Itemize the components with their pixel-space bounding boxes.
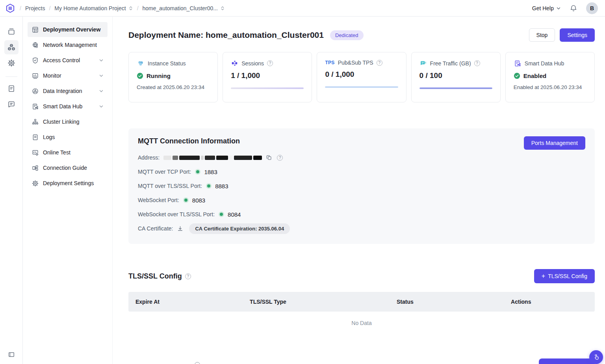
notifications-bell-icon[interactable]	[570, 4, 577, 12]
instance-status-card: Instance Status Running Created at 2025.…	[128, 52, 218, 102]
deployment-switcher-icon[interactable]	[220, 6, 225, 11]
sidebar-item-label: Cluster Linking	[43, 119, 80, 125]
sidebar-item-label: Monitor	[43, 72, 61, 79]
sessions-progress-bar	[231, 87, 304, 89]
chat-bubble-icon	[7, 100, 16, 109]
card-title: Pub&Sub TPS	[338, 59, 373, 66]
pubsub-tps-value: 0 / 1,000	[325, 70, 398, 79]
card-title: Free Traffic (GB)	[430, 60, 471, 67]
sidebar: Deployment Overview Network Management A…	[23, 17, 113, 364]
ca-certificate-label: CA Certificate:	[138, 225, 173, 232]
breadcrumb-separator: /	[20, 5, 21, 11]
add-tls-config-button[interactable]: + TLS/SSL Config	[534, 269, 595, 283]
sidebar-item-access-control[interactable]: Access Control	[28, 53, 108, 68]
collapse-sidebar-button[interactable]	[0, 351, 23, 358]
bar-chart-icon	[32, 72, 39, 80]
help-icon[interactable]: ?	[267, 60, 273, 66]
sidebar-item-cluster-linking[interactable]: Cluster Linking	[28, 114, 108, 129]
smart-data-hub-card: Smart Data Hub Enabled Enabled at 2025.0…	[505, 52, 595, 102]
ports-management-button[interactable]: Ports Management	[524, 136, 585, 150]
column-tls-type: TLS/SSL Type	[243, 292, 390, 312]
port-label: MQTT over TCP Port:	[138, 169, 191, 175]
sidebar-item-label: Smart Data Hub	[43, 103, 82, 110]
cluster-rail-button[interactable]	[4, 40, 19, 54]
port-row: MQTT over TLS/SSL Port: 8883	[138, 180, 585, 192]
tps-progress-bar	[325, 86, 398, 88]
port-value: 1883	[204, 169, 217, 175]
sessions-value: 1 / 1,000	[231, 71, 304, 80]
topbar: / Projects / My Home Automation Project …	[0, 0, 605, 17]
breadcrumb-deployment-name[interactable]: home_automation_Cluster00...	[143, 5, 225, 11]
sidebar-item-monitor[interactable]: Monitor	[28, 68, 108, 83]
sidebar-item-smart-data-hub[interactable]: Smart Data Hub	[28, 99, 108, 114]
bottom-action-button[interactable]	[539, 358, 595, 364]
deployment-overview-icon	[32, 26, 39, 33]
address-row: Address: ?	[138, 152, 585, 163]
check-circle-icon	[137, 72, 143, 79]
help-icon[interactable]: ?	[474, 60, 480, 66]
smart-data-hub-enabled-at: Enabled at 2025.06.20 23:34	[514, 84, 586, 90]
collapse-panel-icon	[7, 351, 15, 358]
sidebar-item-data-integration[interactable]: Data Integration	[28, 84, 108, 98]
project-switcher-icon[interactable]	[128, 6, 133, 11]
gear-icon	[7, 59, 16, 67]
sidebar-item-label: Connection Guide	[43, 165, 87, 171]
column-expire-at: Expire At	[128, 292, 243, 312]
sessions-icon	[231, 59, 238, 67]
chevron-down-icon	[556, 6, 561, 11]
feedback-rail-button[interactable]	[4, 97, 19, 111]
sessions-card: Sessions ? 1 / 1,000	[223, 52, 312, 102]
cluster-icon	[7, 43, 16, 52]
sidebar-item-deployment-settings[interactable]: Deployment Settings	[28, 176, 108, 191]
cluster-linking-icon	[32, 118, 39, 126]
sidebar-item-online-test[interactable]: Online Test	[28, 145, 108, 160]
deployment-tier-badge: Dedicated	[330, 30, 364, 40]
settings-rail-button[interactable]	[4, 56, 19, 70]
settings-button[interactable]: Settings	[560, 28, 595, 42]
no-data-text: No Data	[128, 312, 595, 334]
copy-address-icon[interactable]	[266, 154, 272, 161]
port-value: 8084	[228, 211, 241, 218]
add-tls-config-label: TLS/SSL Config	[548, 273, 587, 279]
help-icon[interactable]: ?	[185, 273, 191, 279]
sidebar-item-label: Deployment Overview	[43, 26, 100, 33]
connection-panel-title: MQTT Connection Information	[138, 137, 585, 145]
chevron-down-icon	[99, 73, 104, 78]
emqx-logo-icon[interactable]	[5, 3, 16, 14]
help-icon[interactable]: ?	[377, 60, 382, 66]
mqtt-connection-panel: MQTT Connection Information Ports Manage…	[128, 128, 595, 244]
get-help-menu[interactable]: Get Help	[532, 5, 561, 11]
smart-data-hub-icon	[514, 59, 521, 67]
user-avatar[interactable]: B	[586, 2, 598, 14]
chevron-down-icon	[99, 58, 104, 63]
port-value: 8083	[192, 197, 205, 204]
column-actions: Actions	[504, 292, 595, 312]
sidebar-item-connection-guide[interactable]: Connection Guide	[28, 160, 108, 175]
sidebar-item-network-management[interactable]: Network Management	[28, 37, 108, 52]
instance-created-at: Created at 2025.06.20 23:34	[137, 84, 210, 90]
breadcrumb-projects[interactable]: Projects	[25, 5, 45, 11]
help-icon[interactable]: ?	[277, 155, 283, 161]
check-circle-icon	[514, 72, 520, 79]
ca-expiration-badge: CA Certificate Expiration: 2035.06.04	[189, 223, 290, 234]
pubsub-tps-card: TPS Pub&Sub TPS ? 0 / 1,000	[317, 52, 406, 102]
deployments-rail-button[interactable]	[4, 24, 19, 39]
download-certificate-icon[interactable]	[177, 225, 184, 232]
breadcrumb-project-name[interactable]: My Home Automation Project	[54, 5, 133, 11]
tls-config-title: TLS/SSL Config	[128, 272, 182, 280]
guide-pointer-fab[interactable]	[589, 350, 603, 364]
page-title: Deployment Name: home_automation_Cluster…	[128, 30, 324, 40]
stop-button[interactable]: Stop	[529, 28, 555, 42]
sidebar-item-logs[interactable]: Logs	[28, 130, 108, 145]
sidebar-item-label: Access Control	[43, 57, 80, 63]
port-row: MQTT over TCP Port: 1883	[138, 166, 585, 178]
status-dot-green	[206, 183, 212, 189]
sidebar-item-deployment-overview[interactable]: Deployment Overview	[28, 22, 108, 37]
gear-icon	[32, 180, 39, 187]
logs-icon	[32, 134, 39, 141]
port-row: WebSocket over TLS/SSL Port: 8084	[138, 208, 585, 220]
card-title: Sessions	[241, 60, 264, 67]
icon-rail	[0, 17, 23, 364]
instance-status-value: Running	[147, 72, 171, 79]
docs-rail-button[interactable]	[4, 82, 19, 96]
